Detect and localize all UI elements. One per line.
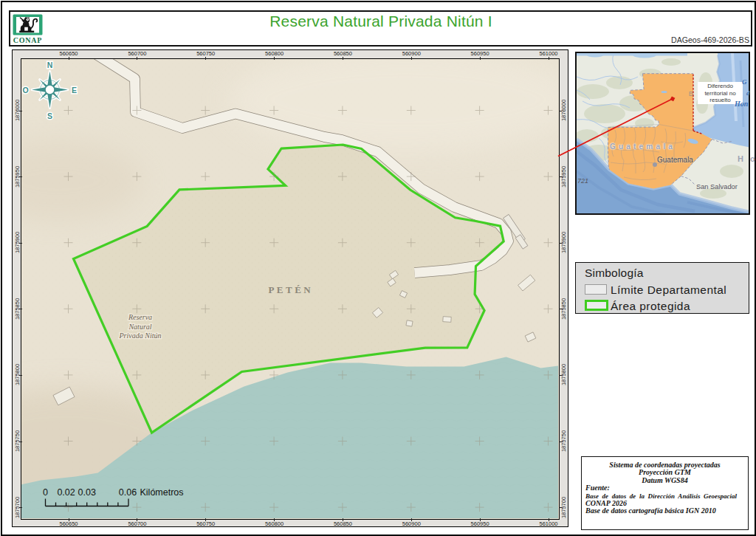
svg-text:0: 0 (43, 487, 48, 498)
svg-text:0.03: 0.03 (78, 487, 96, 498)
svg-text:E: E (72, 86, 77, 95)
svg-text:S: S (47, 111, 52, 120)
svg-text:B: B (689, 90, 693, 97)
svg-text:PETÉN: PETÉN (268, 284, 313, 295)
svg-text:Reserva: Reserva (128, 313, 152, 321)
svg-text:CONAP: CONAP (13, 36, 42, 44)
svg-text:0.06: 0.06 (119, 487, 137, 498)
svg-text:Natural: Natural (128, 323, 151, 331)
svg-text:0.02: 0.02 (57, 487, 75, 498)
svg-text:N: N (47, 61, 53, 69)
svg-text:Privada Nitún: Privada Nitún (119, 331, 162, 340)
svg-text:Kilómetros: Kilómetros (140, 487, 184, 498)
svg-text:O: O (22, 86, 28, 95)
